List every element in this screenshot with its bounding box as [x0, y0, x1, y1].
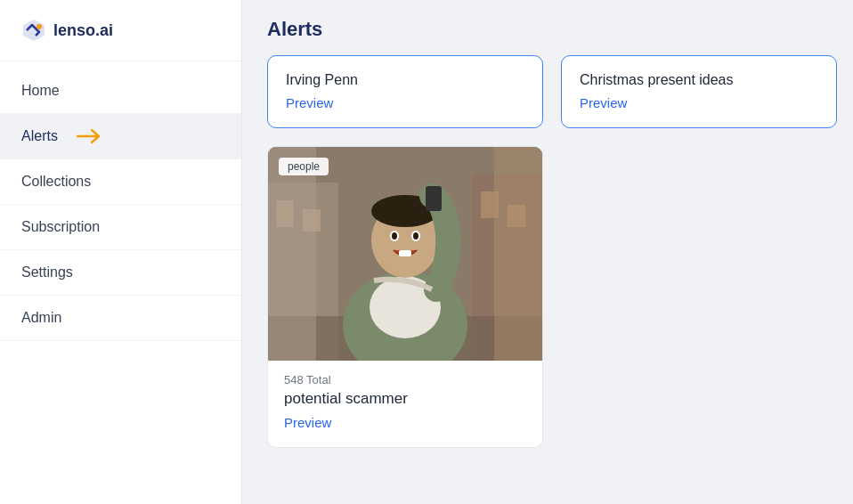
sidebar-item-label: Subscription [21, 219, 100, 235]
sidebar-item-settings[interactable]: Settings [0, 250, 241, 296]
alert-card-title: Irving Penn [286, 72, 524, 88]
sidebar-item-label: Collections [21, 174, 91, 190]
svg-point-18 [413, 232, 418, 240]
svg-rect-22 [494, 147, 542, 361]
alert-card-irving-penn: Irving Penn Preview [267, 55, 543, 128]
sidebar-item-label: Settings [21, 264, 73, 280]
sidebar: lenso.ai Home Alerts Collections Subscri… [0, 0, 242, 504]
photo-category-label: people [279, 158, 329, 175]
svg-rect-20 [426, 186, 442, 211]
cards-area: Irving Penn Preview Christmas present id… [242, 52, 853, 504]
card-photo: people [268, 147, 542, 361]
card-body: 548 Total potential scammer Preview [268, 361, 542, 447]
card-total: 548 Total [284, 373, 526, 386]
top-cards-row: Irving Penn Preview Christmas present id… [267, 55, 828, 128]
svg-rect-21 [268, 147, 316, 361]
logo-icon [21, 18, 46, 43]
christmas-preview-link[interactable]: Preview [580, 95, 627, 110]
sidebar-item-label: Admin [21, 310, 61, 326]
svg-marker-0 [23, 20, 45, 41]
sidebar-item-label: Home [21, 83, 60, 99]
main-content: Alerts Irving Penn Preview Christmas pre… [242, 0, 853, 504]
photo-svg [268, 147, 542, 361]
card-name: potential scammer [284, 390, 526, 408]
page-header: Alerts [242, 0, 853, 52]
alert-card-christmas: Christmas present ideas Preview [561, 55, 837, 128]
sidebar-item-label: Alerts [21, 128, 58, 144]
brand-name: lenso.ai [53, 21, 113, 40]
page-title: Alerts [267, 18, 828, 41]
sidebar-item-collections[interactable]: Collections [0, 159, 241, 205]
sidebar-item-subscription[interactable]: Subscription [0, 205, 241, 250]
nav: Home Alerts Collections Subscription Set… [0, 61, 241, 348]
bottom-cards-row: people 548 Total potential scammer Previ… [267, 146, 828, 448]
svg-point-1 [37, 24, 42, 29]
sidebar-item-home[interactable]: Home [0, 69, 241, 114]
svg-point-16 [392, 232, 397, 240]
sidebar-item-admin[interactable]: Admin [0, 296, 241, 341]
sidebar-item-alerts[interactable]: Alerts [0, 114, 241, 159]
potential-scammer-preview-link[interactable]: Preview [284, 415, 331, 430]
svg-rect-19 [399, 250, 411, 256]
active-arrow-icon [76, 128, 104, 144]
image-card-potential-scammer: people 548 Total potential scammer Previ… [267, 146, 543, 448]
alert-card-title: Christmas present ideas [580, 72, 818, 88]
logo: lenso.ai [0, 0, 241, 61]
irving-penn-preview-link[interactable]: Preview [286, 95, 333, 110]
